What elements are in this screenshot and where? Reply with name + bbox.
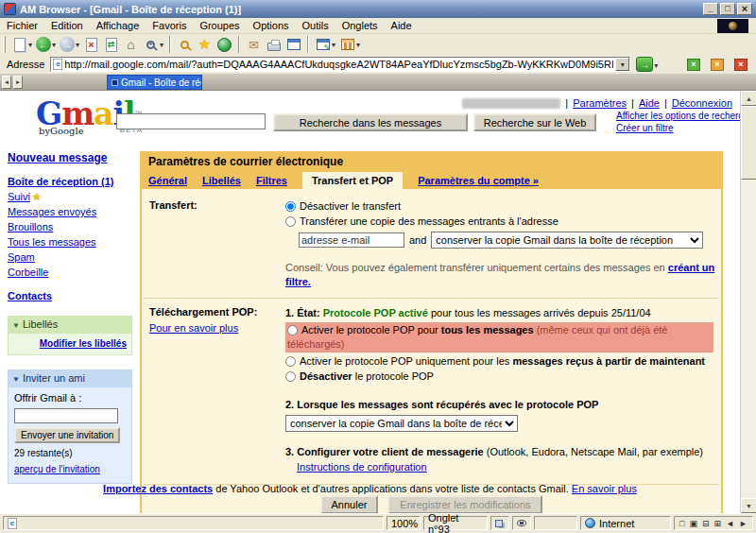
learn-more-link[interactable]: En savoir plus: [572, 483, 637, 494]
menu-fichier[interactable]: Fichier: [0, 20, 44, 31]
sidebar-inbox[interactable]: Boîte de réception (1): [8, 176, 113, 187]
tab-layout-button[interactable]: [337, 35, 362, 54]
tab-account-settings[interactable]: Paramètres du compte »: [418, 175, 539, 189]
edit-button[interactable]: [313, 35, 337, 54]
menu-favoris[interactable]: Favoris: [146, 20, 193, 31]
layout-next-icon[interactable]: [739, 519, 747, 528]
edit-labels-link[interactable]: Modifier les libellés: [40, 338, 127, 349]
sidebar-contacts[interactable]: Contacts: [8, 290, 52, 301]
layout-single-icon[interactable]: [679, 519, 684, 528]
layout-cascade-icon[interactable]: [689, 519, 697, 528]
sidebar-trash[interactable]: Corbeille: [8, 266, 48, 278]
tab-scroll-left[interactable]: [2, 76, 11, 89]
invite-box-header[interactable]: Inviter un ami: [9, 370, 131, 387]
sidebar-drafts[interactable]: Brouillons: [8, 221, 53, 232]
print-button[interactable]: [264, 35, 284, 54]
layout-horizontal-icon[interactable]: [702, 519, 710, 528]
pop-from-now-radio[interactable]: [285, 356, 296, 367]
forward-button[interactable]: [58, 35, 81, 54]
search-web-button[interactable]: Recherche sur le Web: [473, 113, 596, 131]
invite-email-input[interactable]: [14, 408, 118, 423]
tab-labels[interactable]: Libellés: [202, 175, 241, 189]
save-changes-button[interactable]: Enregistrer les modifications: [387, 495, 542, 513]
close-button[interactable]: [737, 3, 752, 15]
new-page-button[interactable]: [9, 35, 34, 54]
pop-learn-more-link[interactable]: Pour en savoir plus: [149, 321, 238, 335]
signout-link[interactable]: Déconnexion: [672, 97, 732, 109]
search-options-link[interactable]: Afficher les options de recherche: [616, 111, 753, 121]
history-button[interactable]: [215, 35, 234, 54]
labels-box-header[interactable]: Libellés: [9, 317, 131, 334]
layout-prev-icon[interactable]: [726, 519, 734, 528]
menu-groupes[interactable]: Groupes: [193, 20, 246, 31]
mail-button[interactable]: [244, 35, 264, 54]
menu-onglets[interactable]: Onglets: [335, 20, 385, 31]
home-button[interactable]: [121, 35, 141, 54]
menu-outils[interactable]: Outils: [296, 20, 335, 31]
browser-tab-gmail[interactable]: Gmail - Boîte de réc...: [107, 75, 202, 90]
tab-scroll-right[interactable]: [13, 76, 23, 89]
forwarding-tip: Conseil: Vous pouvez également transfére…: [285, 262, 665, 273]
forward-action-select[interactable]: conserver la copie Gmail dans la boîte d…: [431, 232, 703, 249]
sidebar-compose[interactable]: Nouveau message: [8, 151, 107, 164]
red-action-button[interactable]: [734, 59, 747, 71]
import-contacts-link[interactable]: Importez des contacts: [103, 483, 213, 494]
menu-aide[interactable]: Aide: [385, 20, 419, 31]
minimize-button[interactable]: [703, 3, 718, 15]
invitation-preview-link[interactable]: aperçu de l'invitation: [14, 464, 100, 474]
vertical-scrollbar[interactable]: [740, 91, 756, 513]
menu-bar: Fichier Edition Affichage Favoris Groupe…: [0, 18, 756, 34]
labels-box: Libellés Modifier les libellés: [8, 316, 132, 355]
tab-general[interactable]: Général: [148, 175, 187, 189]
back-button[interactable]: [34, 35, 58, 54]
go-button[interactable]: [636, 57, 653, 72]
sidebar-all-mail[interactable]: Tous les messages: [8, 236, 96, 248]
status-privacy-panel: [512, 516, 531, 530]
refresh-button[interactable]: [101, 35, 121, 54]
stop-icon: [86, 38, 97, 52]
pop-when-select[interactable]: conserver la copie Gmail dans la boîte d…: [285, 415, 518, 432]
settings-link[interactable]: Paramètres: [573, 97, 627, 109]
zoom-icon: [146, 41, 155, 49]
yellow-action-button[interactable]: [711, 59, 724, 71]
forwarding-enable-radio[interactable]: [285, 216, 296, 227]
restore-button[interactable]: [720, 3, 735, 15]
go-dropdown-arrow[interactable]: [653, 59, 658, 70]
menu-edition[interactable]: Edition: [44, 20, 90, 31]
page-favicon-icon: [53, 59, 62, 70]
toolbar-grip[interactable]: [3, 36, 6, 53]
layout-vertical-icon[interactable]: [714, 519, 722, 528]
forwarding-disable-radio[interactable]: [285, 201, 296, 212]
send-invitation-button[interactable]: Envoyer une invitation: [14, 427, 120, 443]
sidebar-spam[interactable]: Spam: [8, 251, 35, 263]
tab-filters[interactable]: Filtres: [256, 175, 287, 189]
search-button[interactable]: [175, 35, 195, 54]
scroll-up-button[interactable]: [741, 91, 756, 106]
tab-forwarding-pop[interactable]: Transfert et POP: [302, 172, 403, 189]
pop-all-messages-radio[interactable]: [287, 325, 298, 335]
favorites-button[interactable]: [195, 35, 215, 54]
forward-email-input[interactable]: [299, 232, 404, 248]
menu-options[interactable]: Options: [247, 20, 296, 31]
sidebar-sent[interactable]: Messages envoyés: [8, 206, 96, 217]
create-filter-link[interactable]: Créer un filtre: [616, 123, 674, 133]
pop-disable-radio[interactable]: [285, 371, 296, 382]
scroll-down-button[interactable]: [741, 498, 756, 513]
search-icon: [180, 41, 189, 49]
menu-affichage[interactable]: Affichage: [90, 20, 146, 31]
sidebar-starred[interactable]: Suivi: [8, 191, 30, 202]
search-messages-button[interactable]: Recherche dans les messages: [273, 113, 468, 131]
logo-letter: a: [94, 95, 112, 132]
help-link[interactable]: Aide: [639, 97, 660, 109]
search-input[interactable]: [116, 113, 266, 129]
stop-button[interactable]: [81, 35, 101, 54]
green-action-button[interactable]: [687, 59, 700, 71]
scrollbar-thumb[interactable]: [741, 106, 756, 180]
open-window-button[interactable]: [284, 35, 303, 54]
configuration-instructions-link[interactable]: Instructions de configuration: [297, 461, 427, 473]
network-icon: [495, 520, 503, 527]
address-input[interactable]: [62, 59, 615, 71]
address-dropdown-arrow[interactable]: [615, 58, 629, 71]
zoom-button[interactable]: [141, 35, 165, 54]
cancel-button[interactable]: Annuler: [320, 495, 379, 513]
